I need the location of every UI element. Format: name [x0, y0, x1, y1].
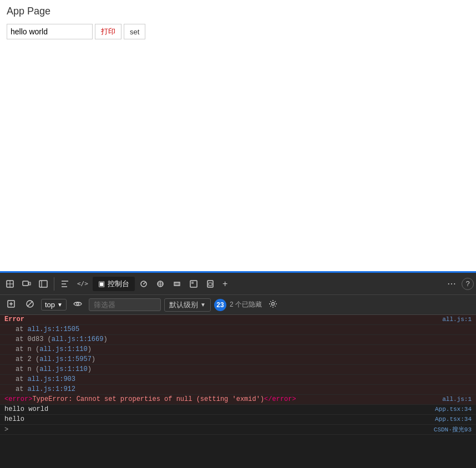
console-prompt-line[interactable]: > CSDN·搜光93: [0, 425, 476, 435]
stack-link[interactable]: all.js:1:1505: [28, 325, 80, 333]
console-log-line: hello world App.tsx:34: [0, 405, 476, 415]
devtools-panel: </> ▣ 控制台: [0, 273, 476, 468]
console-toolbar: top ▼ 默认级别 ▼ 23 2 个已隐藏: [0, 295, 476, 315]
print-button[interactable]: 打印: [95, 24, 121, 39]
context-dropdown[interactable]: top ▼: [41, 299, 67, 311]
filter-input[interactable]: [89, 298, 161, 311]
svg-point-9: [143, 283, 144, 284]
input-row: 打印 set: [7, 24, 469, 39]
console-line: at all.js:1:912: [0, 385, 476, 395]
error-file-link[interactable]: all.js:1: [442, 396, 472, 403]
stack-link[interactable]: all.js:1:5957: [39, 355, 92, 363]
stack-link[interactable]: all.js:1:912: [28, 385, 75, 393]
svg-rect-5: [39, 281, 47, 287]
stack-link[interactable]: all.js:1:110: [39, 365, 87, 373]
eye-button[interactable]: [70, 298, 85, 312]
log-text: hello world: [4, 405, 429, 413]
error-source-link[interactable]: all.js:1: [442, 316, 472, 323]
console-line: at 0d83 (all.js:1:1669): [0, 335, 476, 345]
application-icon[interactable]: [186, 277, 201, 291]
console-line: at n (all.js:1:110): [0, 365, 476, 375]
device-icon[interactable]: [19, 277, 34, 291]
set-button[interactable]: set: [124, 24, 145, 39]
new-console-button[interactable]: [3, 298, 19, 312]
hidden-count: 2 个已隐藏: [230, 300, 262, 309]
console-line: at n (all.js:1:110): [0, 345, 476, 355]
svg-line-23: [28, 302, 33, 307]
svg-rect-18: [209, 283, 212, 286]
issues-count: 23: [216, 301, 224, 309]
network-icon[interactable]: [153, 277, 168, 291]
console-line: at all.js:1:1505: [0, 325, 476, 335]
console-error-message: <error>TypeError: Cannot set properties …: [0, 395, 476, 405]
help-icon[interactable]: ?: [462, 278, 474, 290]
stack-link[interactable]: all.js:1:1669: [52, 335, 104, 343]
stack-link[interactable]: all.js:1:903: [28, 375, 75, 383]
add-tab-icon[interactable]: +: [219, 277, 231, 291]
sources-icon[interactable]: </>: [74, 278, 92, 289]
security-icon[interactable]: [202, 277, 218, 291]
stack-link[interactable]: all.js:1:110: [39, 345, 87, 353]
console-log-line: hello App.tsx:34: [0, 415, 476, 425]
console-tab[interactable]: ▣ 控制台: [93, 277, 135, 291]
svg-rect-4: [29, 282, 31, 285]
app-area: App Page 打印 set: [0, 0, 476, 273]
dropdown-chevron-icon: ▼: [57, 302, 63, 308]
console-line: at 2 (all.js:1:5957): [0, 355, 476, 365]
log-source-link[interactable]: App.tsx:34: [435, 416, 472, 423]
level-label: 默认级别: [169, 300, 198, 310]
prompt-chevron-icon: >: [4, 426, 8, 434]
log-level-dropdown[interactable]: 默认级别 ▼: [164, 298, 211, 312]
console-settings-button[interactable]: [265, 298, 281, 312]
clear-console-button[interactable]: [22, 298, 38, 312]
context-label: top: [45, 301, 55, 309]
log-source-link[interactable]: App.tsx:34: [435, 406, 472, 413]
level-chevron-icon: ▼: [200, 302, 206, 308]
page-title: App Page: [7, 6, 469, 17]
console-line: at all.js:1:903: [0, 375, 476, 385]
elements-icon[interactable]: [57, 277, 73, 291]
more-options-icon[interactable]: ⋯: [444, 276, 459, 291]
inspect-icon[interactable]: [2, 277, 18, 291]
user-attribution: CSDN·搜光93: [434, 425, 472, 434]
text-input[interactable]: [7, 24, 93, 39]
devtools-toolbar: </> ▣ 控制台: [0, 273, 476, 295]
svg-point-25: [271, 303, 274, 306]
memory-icon[interactable]: [169, 277, 185, 291]
sidebar-icon[interactable]: [36, 277, 51, 291]
log-text: hello: [4, 415, 429, 423]
svg-rect-16: [191, 282, 194, 284]
performance-icon[interactable]: [136, 277, 151, 291]
svg-rect-3: [23, 281, 28, 286]
console-line: Error all.js:1: [0, 315, 476, 325]
svg-point-24: [77, 303, 79, 305]
issues-badge[interactable]: 23: [214, 299, 226, 311]
console-tab-label: 控制台: [108, 279, 129, 289]
console-output: Error all.js:1 at all.js:1:1505 at 0d83 …: [0, 315, 476, 468]
